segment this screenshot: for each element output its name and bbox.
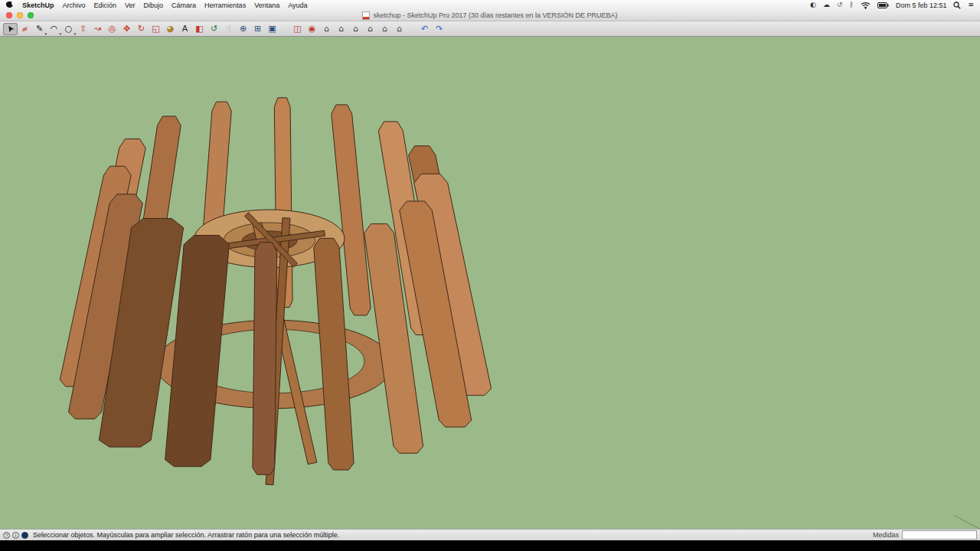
view-top-button[interactable]: ⌂ xyxy=(334,23,348,35)
pushpull-tool-button[interactable]: ⇧ xyxy=(76,23,90,35)
text-tool-icon: A xyxy=(182,24,188,33)
pan-tool-button[interactable]: ☝ xyxy=(221,23,236,35)
view-right-icon: ⌂ xyxy=(368,24,373,33)
offset-tool-button[interactable]: ◎ xyxy=(105,23,119,35)
geolocation-status-icon[interactable] xyxy=(21,532,28,539)
shapes-tool-button[interactable]: ○▾ xyxy=(61,23,76,35)
measurements-input[interactable] xyxy=(902,530,977,540)
pushpull-tool-icon: ⇧ xyxy=(80,24,87,33)
tape-measure-tool-icon: ◕ xyxy=(167,24,175,33)
pan-tool-icon: ☝ xyxy=(226,24,231,33)
zoom-window-tool-button[interactable]: ⊞ xyxy=(250,23,265,35)
statusbar-icons: ?i xyxy=(3,532,28,539)
scale-tool-icon: ◱ xyxy=(152,24,159,33)
help-icon[interactable]: ? xyxy=(3,532,10,539)
line-tool-icon: ✎ xyxy=(36,24,43,33)
menu-trailing-icons: ≡ xyxy=(953,2,974,9)
view-iso-button[interactable]: ⌂ xyxy=(319,23,334,35)
drawing-canvas[interactable] xyxy=(0,37,980,529)
menu-item-ventana[interactable]: Ventana xyxy=(254,2,279,9)
time-machine-icon[interactable]: ↺ xyxy=(837,2,843,8)
apple-menu[interactable] xyxy=(6,0,14,10)
line-tool-button[interactable]: ✎▾ xyxy=(32,23,47,35)
model-3d-wooden-structure[interactable] xyxy=(0,37,980,529)
tool-group-2: ◫◉⌂⌂⌂⌂⌂⌂ xyxy=(290,23,407,35)
spotlight-search-icon[interactable] xyxy=(953,2,961,9)
tape-measure-tool-button[interactable]: ◕ xyxy=(163,23,178,35)
arc-tool-button[interactable]: ◠▾ xyxy=(47,23,61,35)
menu-item-edicion[interactable]: Edición xyxy=(94,2,117,9)
view-right-button[interactable]: ⌂ xyxy=(363,23,377,35)
add-location-tool-icon: ◉ xyxy=(309,24,316,33)
bluetooth-icon[interactable]: ᛒ xyxy=(850,2,854,8)
select-tool-button[interactable]: ➤ xyxy=(3,23,18,35)
paint-bucket-tool-button[interactable]: ◧ xyxy=(192,23,207,35)
add-location-tool-button[interactable]: ◉ xyxy=(305,23,319,35)
view-left-button[interactable]: ⌂ xyxy=(392,23,407,35)
zoom-button[interactable] xyxy=(28,12,34,18)
view-left-icon: ⌂ xyxy=(397,24,402,33)
info-icon[interactable]: i xyxy=(12,532,19,539)
section-plane-tool-button[interactable]: ◫ xyxy=(290,23,305,35)
eraser-tool-button[interactable]: ▰ xyxy=(18,23,32,35)
rotate-tool-button[interactable]: ↻ xyxy=(134,23,149,35)
text-tool-button[interactable]: A xyxy=(178,23,192,35)
cloud-status-icon[interactable]: ☁ xyxy=(823,2,830,8)
view-iso-icon: ⌂ xyxy=(324,24,329,33)
rotate-tool-icon: ↻ xyxy=(138,24,145,33)
move-tool-button[interactable]: ✥ xyxy=(119,23,134,35)
undo-icon: ↶ xyxy=(421,24,428,33)
wifi-icon[interactable] xyxy=(861,2,871,9)
shapes-tool-icon: ○ xyxy=(65,24,73,33)
menu-item-herramientas[interactable]: Herramientas xyxy=(204,2,246,9)
menu-item-ver[interactable]: Ver xyxy=(125,2,136,9)
undo-button[interactable]: ↶ xyxy=(417,23,432,35)
menu-item-ayuda[interactable]: Ayuda xyxy=(288,2,307,9)
status-bar: ?i Seleccionar objetos. Mayúsculas para … xyxy=(0,529,980,540)
window-title-bar[interactable]: sketchup - SketchUp Pro 2017 (30 días re… xyxy=(0,10,980,21)
zoom-tool-button[interactable]: ⊕ xyxy=(236,23,250,35)
zoom-tool-icon: ⊕ xyxy=(240,24,247,33)
app-status-icon[interactable]: ◐ xyxy=(810,2,816,8)
window-title: sketchup - SketchUp Pro 2017 (30 días re… xyxy=(362,11,617,20)
scale-tool-button[interactable]: ◱ xyxy=(149,23,163,35)
view-back-button[interactable]: ⌂ xyxy=(377,23,392,35)
orbit-tool-icon: ↺ xyxy=(211,24,217,33)
followme-tool-button[interactable]: ↝ xyxy=(90,23,105,35)
view-back-icon: ⌂ xyxy=(382,24,387,33)
redo-icon: ↷ xyxy=(436,24,443,33)
view-top-icon: ⌂ xyxy=(338,24,344,33)
document-icon xyxy=(362,11,370,20)
paint-bucket-tool-icon: ◧ xyxy=(195,24,203,33)
desktop: SketchUpArchivoEdiciónVerDibujoCámaraHer… xyxy=(0,0,980,551)
select-tool-icon: ➤ xyxy=(5,24,15,34)
window-controls xyxy=(6,12,34,18)
minimize-button[interactable] xyxy=(17,12,23,18)
menu-clock[interactable]: Dom 5 feb 12:51 xyxy=(896,2,947,9)
resize-grip[interactable] xyxy=(954,515,980,529)
close-button[interactable] xyxy=(6,12,12,18)
view-front-button[interactable]: ⌂ xyxy=(348,23,363,35)
menu-item-dibujo[interactable]: Dibujo xyxy=(144,2,164,9)
toolbar: ➤▰✎▾◠▾○▾⇧↝◎✥↻◱◕A◧↺☝⊕⊞▣◫◉⌂⌂⌂⌂⌂⌂↶↷ xyxy=(0,21,980,37)
menu-item-camara[interactable]: Cámara xyxy=(172,2,196,9)
measurements-label: Medidas xyxy=(873,531,899,539)
zoom-extents-tool-button[interactable]: ▣ xyxy=(265,23,279,35)
section-plane-tool-icon: ◫ xyxy=(293,24,301,33)
arc-tool-icon: ◠ xyxy=(51,24,58,33)
battery-icon[interactable] xyxy=(877,2,889,8)
orbit-tool-button[interactable]: ↺ xyxy=(207,23,221,35)
tool-group-3: ↶↷ xyxy=(417,23,446,35)
menu-left: SketchUpArchivoEdiciónVerDibujoCámaraHer… xyxy=(6,0,308,10)
zoom-extents-tool-icon: ▣ xyxy=(268,24,276,33)
apple-icon xyxy=(6,0,14,8)
followme-tool-icon: ↝ xyxy=(94,24,101,33)
window-title-text: sketchup - SketchUp Pro 2017 (30 días re… xyxy=(373,11,617,19)
redo-button[interactable]: ↷ xyxy=(432,23,446,35)
menu-item-archivo[interactable]: Archivo xyxy=(63,2,86,9)
menu-item-sketchup[interactable]: SketchUp xyxy=(22,2,54,9)
notification-center-icon[interactable]: ≡ xyxy=(968,2,974,8)
tool-group-1: ➤▰✎▾◠▾○▾⇧↝◎✥↻◱◕A◧↺☝⊕⊞▣ xyxy=(3,23,279,35)
letterbox-bar xyxy=(0,540,980,551)
zoom-window-tool-icon: ⊞ xyxy=(254,24,261,33)
